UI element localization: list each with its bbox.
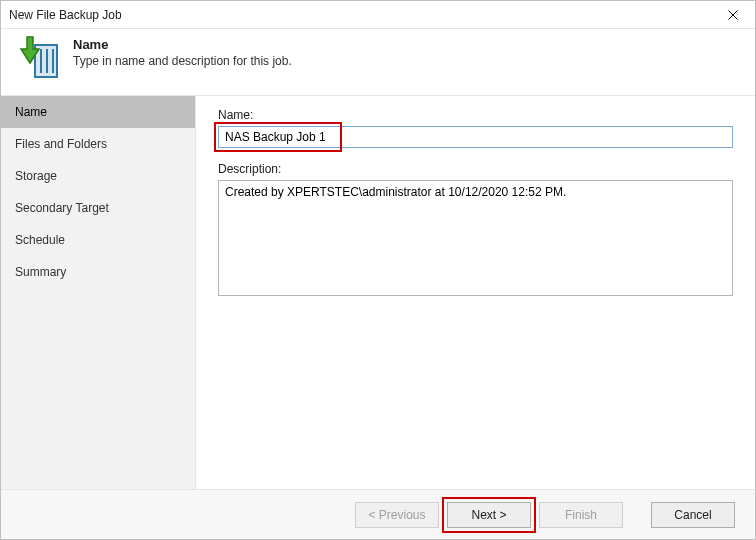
wizard-window: New File Backup Job Name Type in name an… — [0, 0, 756, 540]
name-input-wrap — [218, 126, 733, 148]
wizard-header-text: Name Type in name and description for th… — [73, 35, 292, 68]
step-summary[interactable]: Summary — [1, 256, 195, 288]
finish-button[interactable]: Finish — [539, 502, 623, 528]
wizard-footer: < Previous Next > Finish Cancel — [1, 489, 755, 539]
description-label: Description: — [218, 162, 733, 176]
window-title: New File Backup Job — [9, 8, 711, 22]
step-name[interactable]: Name — [1, 96, 195, 128]
wizard-content: Name: Description: — [196, 96, 755, 489]
step-schedule[interactable]: Schedule — [1, 224, 195, 256]
step-files-and-folders[interactable]: Files and Folders — [1, 128, 195, 160]
close-icon — [728, 10, 738, 20]
wizard-header-subtitle: Type in name and description for this jo… — [73, 54, 292, 68]
wizard-header: Name Type in name and description for th… — [1, 29, 755, 95]
name-label: Name: — [218, 108, 733, 122]
wizard-body: Name Files and Folders Storage Secondary… — [1, 95, 755, 489]
next-button-wrap: Next > — [447, 502, 531, 528]
step-secondary-target[interactable]: Secondary Target — [1, 192, 195, 224]
wizard-header-icon — [15, 35, 61, 81]
next-button[interactable]: Next > — [447, 502, 531, 528]
wizard-sidebar: Name Files and Folders Storage Secondary… — [1, 96, 196, 489]
cancel-button[interactable]: Cancel — [651, 502, 735, 528]
close-button[interactable] — [711, 1, 755, 29]
description-textarea[interactable] — [218, 180, 733, 296]
name-input[interactable] — [218, 126, 733, 148]
previous-button[interactable]: < Previous — [355, 502, 439, 528]
titlebar: New File Backup Job — [1, 1, 755, 29]
step-storage[interactable]: Storage — [1, 160, 195, 192]
wizard-header-title: Name — [73, 37, 292, 52]
